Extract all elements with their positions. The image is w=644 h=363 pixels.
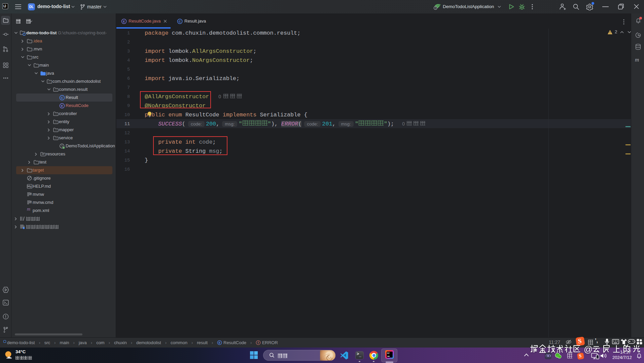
svg-text:E: E [61,104,63,108]
svg-text:E: E [123,20,125,23]
svg-text:f: f [258,341,259,344]
svg-text:C: C [179,20,181,23]
svg-text:C: C [61,96,63,100]
svg-text:E: E [219,341,221,344]
svg-text:@: @ [584,344,593,354]
